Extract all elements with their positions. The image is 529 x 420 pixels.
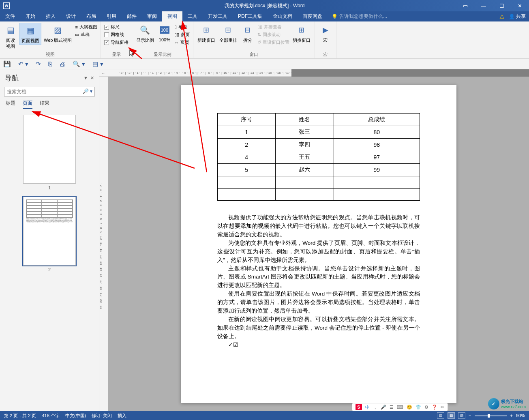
table-header[interactable]: 姓名 — [276, 114, 334, 126]
split-button[interactable]: ⊟ 拆分 — [240, 23, 256, 44]
horizontal-ruler[interactable]: · 3 · | · 2 · | · 1 · | · · · | · 1 · | … — [108, 69, 291, 77]
ime-mode[interactable]: 中 — [365, 404, 370, 410]
page-width-button[interactable]: ↔页宽 — [173, 39, 191, 46]
gridlines-checkbox[interactable]: 网格线 — [103, 31, 129, 38]
one-page-button[interactable]: ▯单页 — [173, 24, 191, 30]
zoom-slider[interactable] — [475, 415, 507, 416]
switch-windows-button[interactable]: ⊞ 切换窗口 — [291, 23, 312, 44]
menu-references[interactable]: 引用 — [101, 11, 122, 21]
zoom-level[interactable]: 90% — [516, 413, 525, 418]
ime-toolbar[interactable]: S 中 ， 🎤 ☰ ⌨ 😊 👕 ⚙ ❓ ✏ — [352, 403, 448, 411]
maximize-button[interactable]: ☐ — [493, 0, 511, 11]
ribbon-display-options-icon[interactable]: ▭ — [456, 0, 474, 11]
table-cell[interactable]: 4 — [218, 151, 276, 164]
view-web-button[interactable]: ▨ — [458, 412, 465, 419]
navtab-results[interactable]: 结果 — [40, 100, 49, 109]
qat-button-7[interactable]: ▤ ▾ — [92, 60, 103, 68]
menu-layout[interactable]: 布局 — [81, 11, 101, 21]
paragraph[interactable]: 视频提供了功能强大的方法帮助您证明您的观点。当您单击联机视频时，可以在想要添加的… — [217, 214, 420, 239]
arrange-all-button[interactable]: ⊟ 全部重排 — [218, 23, 239, 44]
table-cell[interactable]: 赵六 — [276, 164, 334, 176]
menu-mailings[interactable]: 邮件 — [122, 11, 142, 21]
table-cell[interactable]: 97 — [334, 151, 420, 164]
table-cell[interactable] — [218, 189, 276, 201]
multi-page-button[interactable]: ▯▯多页 — [173, 31, 191, 38]
table-cell[interactable] — [276, 176, 334, 189]
status-words[interactable]: 418 个字 — [42, 413, 59, 419]
ime-punct-icon[interactable]: ， — [373, 404, 377, 410]
menu-review[interactable]: 审阅 — [142, 11, 162, 21]
table-cell[interactable]: 99 — [334, 164, 420, 176]
zoom-out-button[interactable]: − — [469, 413, 471, 418]
undo-button[interactable]: ↶ ▾ — [18, 60, 28, 68]
navtab-headings[interactable]: 标题 — [6, 100, 15, 109]
navtab-pages[interactable]: 页面 — [23, 100, 32, 109]
table-header[interactable]: 序号 — [218, 114, 276, 126]
zoom-in-button[interactable]: + — [510, 413, 513, 418]
table-cell[interactable]: 5 — [218, 164, 276, 176]
table-cell[interactable] — [334, 189, 420, 201]
close-button[interactable]: ✕ — [511, 0, 529, 11]
table-cell[interactable] — [276, 189, 334, 201]
view-read-button[interactable]: ▤ — [437, 412, 444, 419]
status-insert-mode[interactable]: 插入 — [118, 413, 126, 419]
table-cell[interactable]: 李四 — [276, 139, 334, 151]
print-layout-button[interactable]: ▦ 页面视图 — [19, 23, 41, 45]
menu-jinshan[interactable]: 金山文档 — [268, 11, 298, 21]
ime-mic-icon[interactable]: 🎤 — [381, 405, 386, 410]
menu-baidu[interactable]: 百度网盘 — [298, 11, 328, 21]
table-cell[interactable]: 1 — [218, 126, 276, 139]
save-button[interactable]: 💾 — [3, 60, 11, 68]
qat-button-6[interactable]: 🔍 ▾ — [73, 60, 85, 68]
document-scroll[interactable]: 序号姓名总成绩 1张三80 2李四98 4王五97 5赵六99 视频提供了功能强… — [108, 77, 529, 411]
paragraph[interactable]: 主题和样式也有助于文档保持协调。当您单击设计并选择新的主题时，图片、图表或 Sm… — [217, 265, 420, 290]
menu-devtools[interactable]: 开发工具 — [203, 11, 233, 21]
menu-tools[interactable]: 工具 — [182, 11, 203, 21]
table-header[interactable]: 总成绩 — [334, 114, 420, 126]
qat-button-4[interactable]: ⎘ — [48, 60, 52, 67]
minimize-button[interactable]: — — [474, 0, 493, 11]
navpane-dropdown-icon[interactable]: ▼ — [84, 75, 88, 81]
macros-button[interactable]: ▶ 宏 — [317, 23, 334, 44]
ime-help-icon[interactable]: ❓ — [432, 405, 437, 410]
paragraph[interactable]: 使用在需要位置出现的新按钮在 Word 中保存时间。若要更改图片适应文档的方式，… — [217, 290, 420, 315]
ime-keyboard-icon[interactable]: ⌨ — [397, 405, 403, 410]
table-cell[interactable]: 98 — [334, 139, 420, 151]
document-page[interactable]: 序号姓名总成绩 1张三80 2李四98 4王五97 5赵六99 视频提供了功能强… — [181, 85, 456, 403]
paragraph[interactable]: 在新的阅读视图中阅读更加容易。可以折叠文档某些部分并关注所需文本。如果在达到结尾… — [217, 315, 420, 341]
ime-skin-icon[interactable]: 👕 — [415, 405, 421, 410]
share-button[interactable]: 👤 共享 — [509, 13, 526, 20]
menu-design[interactable]: 设计 — [61, 11, 81, 21]
vertical-ruler[interactable]: · 2 · 1 · · 1 · 2 · 3 · 4 · 5 · 6 · 7 · … — [99, 77, 108, 411]
warning-icon[interactable]: ⚠ — [499, 13, 505, 20]
ime-edit-icon[interactable]: ✏ — [441, 405, 444, 410]
status-page[interactable]: 第 2 页，共 2 页 — [4, 413, 36, 419]
table-cell[interactable]: 张三 — [276, 126, 334, 139]
ime-menu-icon[interactable]: ☰ — [390, 405, 394, 410]
status-track-changes[interactable]: 修订: 关闭 — [92, 413, 112, 419]
table-cell[interactable]: 80 — [334, 126, 420, 139]
web-layout-button[interactable]: ▨ Web 版式视图 — [42, 23, 73, 44]
new-window-button[interactable]: ⊞ 新建窗口 — [196, 23, 217, 44]
search-icon[interactable]: 🔎 ▾ — [83, 88, 92, 94]
zoom-100-button[interactable]: 100 100% — [156, 23, 173, 43]
menu-file[interactable]: 文件 — [0, 11, 20, 21]
checkbox-line[interactable]: ✓☑ — [217, 341, 420, 349]
menu-view[interactable]: 视图 — [162, 11, 182, 21]
view-print-button[interactable]: ▦ — [448, 412, 455, 419]
status-language[interactable]: 中文(中国) — [65, 413, 86, 419]
redo-button[interactable]: ↷ — [36, 60, 41, 68]
thumbnail-page-1[interactable]: 1 — [6, 115, 93, 190]
menu-home[interactable]: 开始 — [20, 11, 41, 21]
paragraph[interactable]: 为使您的文档具有专业外观，Word 提供了页眉、页脚、封面和文本框设计，这些设计… — [217, 239, 420, 265]
menu-insert[interactable]: 插入 — [41, 11, 61, 21]
tell-me-search[interactable]: 💡 告诉我您想要做什么... — [332, 13, 387, 20]
qat-button-5[interactable]: 🖨 — [59, 60, 65, 67]
read-mode-button[interactable]: ▤ 阅读 视图 — [2, 23, 19, 50]
thumbnail-page-2[interactable]: 视频提供了功能强大的方法帮助您证明您的观点当您单击联机视频时可以在想要添加的视频… — [6, 197, 93, 272]
menu-pdftools[interactable]: PDF工具集 — [233, 11, 268, 21]
draft-view-button[interactable]: ▭草稿 — [74, 31, 98, 38]
navpane-checkbox[interactable]: ✓导航窗格 — [103, 39, 129, 46]
search-input[interactable] — [4, 87, 95, 96]
ruler-checkbox[interactable]: ✓标尺 — [103, 24, 129, 30]
